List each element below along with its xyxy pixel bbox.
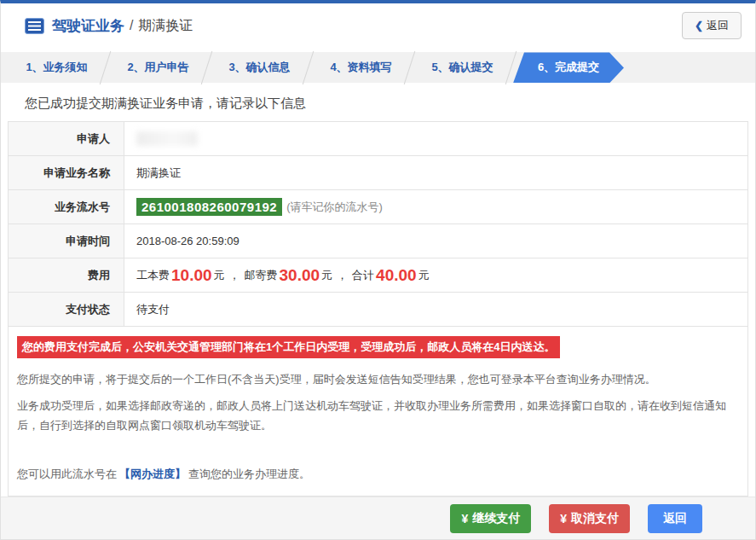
fee-separator: ， — [337, 268, 348, 283]
success-message: 您已成功提交期满换证业务申请，请记录以下信息 — [25, 96, 731, 112]
business-name-label: 申请业务名称 — [9, 156, 124, 189]
applicant-name-redacted — [136, 131, 198, 146]
fee-value: 工本费 10.00 元 ， 邮寄费 30.00 元 ， 合计 40.00 元 — [124, 258, 747, 292]
row-fee: 费用 工本费 10.00 元 ， 邮寄费 30.00 元 ， 合计 40.00 … — [9, 258, 747, 293]
back-button-label: 返回 — [707, 18, 729, 33]
step-6-complete-submit-active: 6、完成提交 — [513, 52, 624, 83]
step-2-user-declaration: 2、用户申告 — [107, 52, 209, 83]
applicant-value — [124, 122, 747, 155]
footer-back-label: 返回 — [663, 511, 687, 526]
row-serial-number: 业务流水号 261001808260079192 (请牢记你的流水号) — [9, 190, 747, 224]
cancel-pay-label: 取消支付 — [571, 511, 619, 526]
continue-pay-label: 继续支付 — [472, 511, 520, 526]
yen-icon: ¥ — [560, 512, 567, 525]
applicant-label: 申请人 — [9, 122, 124, 155]
notice-paragraph-2: 业务成功受理后，如果选择邮政寄递的，邮政人员将上门送达机动车驾驶证，并收取办理业… — [17, 397, 739, 436]
step-4-fill-materials: 4、资料填写 — [310, 52, 412, 83]
footer-back-button[interactable]: 返回 — [648, 504, 702, 533]
step-1-business-notes: 1、业务须知 — [6, 52, 107, 83]
serial-number-badge: 261001808260079192 — [136, 198, 282, 216]
title-separator: / — [130, 18, 133, 33]
chevron-left-icon: ❮ — [695, 20, 703, 32]
step-5-confirm-submit: 5、确认提交 — [412, 52, 513, 83]
continue-pay-button[interactable]: ¥ 继续支付 — [450, 504, 531, 533]
page: 驾驶证业务 / 期满换证 ❮ 返回 1、业务须知 2、用户申告 3、确认信息 4… — [0, 0, 756, 540]
fee-separator: ， — [229, 268, 240, 283]
wizard-steps-bar: 1、业务须知 2、用户申告 3、确认信息 4、资料填写 5、确认提交 6、完成提… — [1, 52, 755, 83]
fee-post-amount: 30.00 — [280, 266, 320, 285]
cancel-pay-button[interactable]: ¥ 取消支付 — [549, 504, 630, 533]
fee-unit: 元 — [214, 268, 225, 283]
fee-total-label: 合计 — [352, 268, 374, 283]
notice-paragraph-1: 您所提交的申请，将于提交后的一个工作日(不含当天)受理，届时会发送短信告知受理结… — [17, 370, 739, 390]
payment-status-value: 待支付 — [124, 293, 747, 326]
progress-hint-line: 您可以用此流水号在【网办进度】查询您的业务办理进度。 — [17, 465, 739, 485]
apply-time-label: 申请时间 — [9, 224, 124, 258]
action-footer: ¥ 继续支付 ¥ 取消支付 返回 — [1, 496, 755, 539]
apply-time-value: 2018-08-26 20:59:09 — [124, 224, 747, 258]
serial-number-value: 261001808260079192 (请牢记你的流水号) — [124, 190, 747, 224]
payment-warning-banner: 您的费用支付完成后，公安机关交通管理部门将在1个工作日内受理，受理成功后，邮政人… — [17, 336, 560, 358]
notice-box: 您的费用支付完成后，公安机关交通管理部门将在1个工作日内受理，受理成功后，邮政人… — [8, 327, 748, 496]
application-info-table: 申请人 申请业务名称 期满换证 业务流水号 261001808260079192… — [8, 121, 748, 327]
row-business-name: 申请业务名称 期满换证 — [9, 156, 747, 190]
business-name-value: 期满换证 — [124, 156, 747, 189]
row-applicant: 申请人 — [9, 122, 747, 156]
fee-label: 费用 — [9, 258, 124, 292]
row-payment-status: 支付状态 待支付 — [9, 293, 747, 327]
fee-work-label: 工本费 — [136, 268, 170, 283]
section-title: 驾驶证业务 — [52, 16, 124, 36]
row-apply-time: 申请时间 2018-08-26 20:59:09 — [9, 224, 747, 258]
serial-number-note: (请牢记你的流水号) — [286, 200, 383, 215]
progress-hint-suffix: 查询您的业务办理进度。 — [188, 467, 310, 480]
progress-hint-prefix: 您可以用此流水号在 — [17, 467, 117, 480]
serial-number-label: 业务流水号 — [9, 190, 124, 224]
fee-post-label: 邮寄费 — [245, 268, 278, 283]
step-3-confirm-info: 3、确认信息 — [209, 52, 310, 83]
online-progress-link[interactable]: 【网办进度】 — [119, 467, 186, 480]
fee-total-amount: 40.00 — [376, 266, 417, 285]
yen-icon: ¥ — [461, 512, 468, 525]
back-button[interactable]: ❮ 返回 — [682, 12, 742, 39]
fee-unit: 元 — [418, 268, 430, 283]
payment-status-label: 支付状态 — [9, 293, 124, 326]
document-list-icon — [25, 18, 44, 34]
fee-work-amount: 10.00 — [171, 266, 212, 285]
page-title: 期满换证 — [138, 17, 193, 35]
fee-unit: 元 — [321, 268, 332, 283]
page-header: 驾驶证业务 / 期满换证 ❮ 返回 — [1, 3, 755, 48]
